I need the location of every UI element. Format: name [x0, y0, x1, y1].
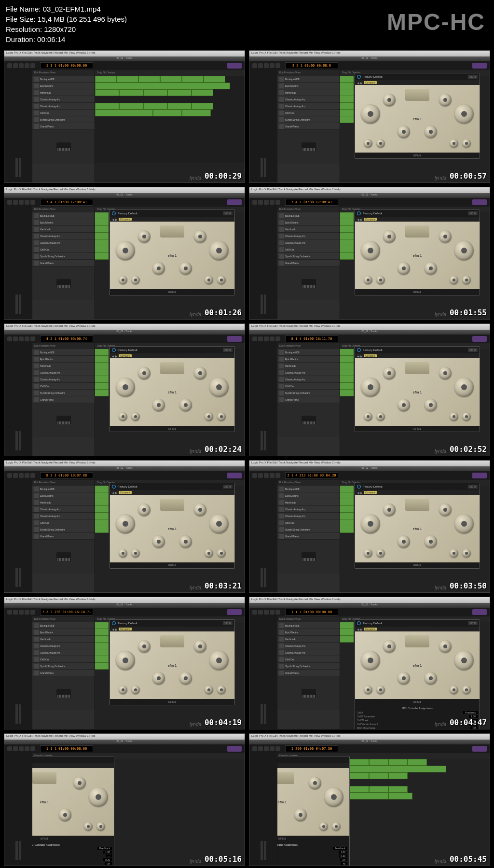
- rewind-button[interactable]: [7, 63, 12, 68]
- track-row[interactable]: Grand Piano: [277, 533, 340, 540]
- stop-button[interactable]: [264, 746, 269, 751]
- channel-fader[interactable]: [264, 294, 266, 314]
- track-row[interactable]: Classic Analog Arp: [277, 643, 340, 649]
- track-row[interactable]: Synch String Orchestra: [32, 390, 95, 396]
- rewind-button[interactable]: [252, 610, 257, 615]
- next-preset-button[interactable]: ▶: [115, 491, 118, 494]
- play-button[interactable]: [25, 473, 29, 478]
- forward-button[interactable]: [13, 336, 18, 341]
- channel-fader[interactable]: [264, 431, 266, 450]
- midi-region[interactable]: [95, 212, 109, 219]
- stop-button[interactable]: [264, 473, 269, 478]
- midi-region[interactable]: [95, 383, 109, 390]
- macos-menubar[interactable]: Logic Pro X File Edit Track Navigate Rec…: [249, 324, 490, 330]
- efm1-synth-panel[interactable]: efm 1: [355, 631, 480, 699]
- main-workspace[interactable]: Drag No Overlap Factory Default 100 % ◀ …: [95, 616, 245, 729]
- midi-region[interactable]: [340, 629, 354, 636]
- midi-region[interactable]: [119, 103, 143, 110]
- lcd-display[interactable]: 1 290 01:00 04:07.50: [285, 745, 338, 752]
- master-meter[interactable]: [227, 336, 242, 342]
- track-row[interactable]: Harbinado: [32, 499, 95, 506]
- channel-fader[interactable]: [15, 294, 18, 314]
- midi-region[interactable]: [95, 76, 117, 83]
- midi-region[interactable]: [340, 83, 354, 89]
- track-row[interactable]: Boutique 808: [277, 622, 340, 629]
- track-row[interactable]: Synch String Orchestra: [277, 526, 340, 533]
- lcd-display[interactable]: 7 2 3 236 01:00 16:10.71: [40, 609, 93, 616]
- record-button[interactable]: [275, 473, 280, 478]
- master-meter[interactable]: [227, 199, 242, 205]
- arrangement-strip[interactable]: [95, 486, 109, 578]
- compare-button[interactable]: Compare: [119, 628, 132, 630]
- forward-button[interactable]: [258, 63, 263, 68]
- efm1-synth-panel[interactable]: efm 1: [355, 85, 480, 153]
- next-preset-button[interactable]: ▶: [360, 354, 363, 358]
- record-button[interactable]: [30, 473, 35, 478]
- video-thumbnail[interactable]: Logic Pro X File Edit Track Navigate Rec…: [249, 50, 490, 183]
- track-row[interactable]: Classic Analog Arp: [277, 506, 340, 513]
- track-row[interactable]: Chill Out: [32, 246, 95, 253]
- midi-region[interactable]: [95, 103, 119, 110]
- track-row[interactable]: Synch String Orchestra: [277, 663, 340, 670]
- midi-region[interactable]: [192, 103, 213, 110]
- midi-region[interactable]: [95, 246, 109, 253]
- midi-region[interactable]: [167, 89, 192, 96]
- main-workspace[interactable]: Drag No Overlap Factory Default 100 % ◀ …: [340, 616, 490, 729]
- rewind-button[interactable]: [7, 746, 12, 751]
- macos-menubar[interactable]: Logic Pro X File Edit Track Navigate Rec…: [4, 187, 245, 193]
- track-row[interactable]: Chill Out: [32, 519, 95, 526]
- track-row[interactable]: Chill Out: [277, 110, 340, 116]
- track-row[interactable]: Epic Electric: [32, 219, 95, 226]
- preset-name[interactable]: Factory Default: [118, 212, 221, 215]
- track-row[interactable]: Boutique 808: [32, 349, 95, 356]
- track-row[interactable]: Chill Out: [32, 110, 95, 116]
- midi-region[interactable]: [95, 233, 109, 239]
- midi-region[interactable]: [95, 622, 109, 629]
- track-row[interactable]: Synch String Orchestra: [32, 663, 95, 670]
- track-row[interactable]: Classic Analog Arp: [32, 103, 95, 110]
- main-workspace[interactable]: Drag No Overlap Factory Default 100 % ◀ …: [95, 207, 245, 319]
- channel-fader[interactable]: [19, 431, 21, 450]
- midi-region[interactable]: [95, 83, 230, 89]
- arrangement-strip[interactable]: [340, 76, 354, 168]
- track-row[interactable]: Classic Analog Arp: [32, 376, 95, 383]
- track-row[interactable]: Boutique 808: [32, 622, 95, 629]
- view-scale[interactable]: 100 %: [468, 211, 478, 215]
- channel-fader[interactable]: [19, 294, 21, 314]
- midi-region[interactable]: [95, 376, 109, 383]
- forward-button[interactable]: [13, 746, 18, 751]
- next-preset-button[interactable]: ▶: [115, 628, 118, 631]
- midi-region[interactable]: [340, 513, 354, 519]
- main-workspace[interactable]: Drag No Overlap Factory Default 100 % ◀ …: [340, 207, 490, 319]
- main-workspace[interactable]: Drag No Overlap Factory Default 100 % ◀ …: [340, 480, 490, 592]
- lcd-display[interactable]: 8 3 2 01:00 19:07.88: [40, 472, 93, 479]
- view-scale[interactable]: 100 %: [223, 211, 233, 215]
- forward-button[interactable]: [258, 200, 263, 205]
- arrangement-strip[interactable]: [340, 349, 354, 441]
- midi-region[interactable]: [167, 103, 192, 110]
- track-row[interactable]: Chill Out: [32, 383, 95, 390]
- macos-menubar[interactable]: Logic Pro X File Edit Track Navigate Rec…: [4, 734, 245, 740]
- lcd-display[interactable]: 4 2 1 01:00 09:00.74: [40, 336, 93, 342]
- main-workspace[interactable]: Drag No Overlap Factory Default 100 % ◀ …: [340, 343, 490, 456]
- midi-region[interactable]: [340, 383, 354, 390]
- video-thumbnail[interactable]: Logic Pro X File Edit Track Navigate Rec…: [4, 733, 245, 866]
- rewind-button[interactable]: [7, 473, 12, 478]
- play-button[interactable]: [270, 336, 274, 341]
- midi-region[interactable]: [340, 219, 354, 226]
- compare-button[interactable]: Compare: [119, 354, 132, 357]
- plugin-window[interactable]: Factory Default 100 % ◀ ▶ Compare efm 1 …: [110, 619, 235, 705]
- midi-region[interactable]: [340, 349, 354, 356]
- arrangement-strip[interactable]: [340, 622, 354, 714]
- plugin-power-button[interactable]: [357, 75, 361, 79]
- plugin-power-button[interactable]: [357, 211, 361, 215]
- compare-button[interactable]: Compare: [119, 491, 132, 494]
- stop-button[interactable]: [264, 200, 269, 205]
- track-row[interactable]: Chill Out: [277, 246, 340, 253]
- midi-region[interactable]: [340, 226, 354, 233]
- midi-region[interactable]: [153, 110, 182, 116]
- lcd-display[interactable]: 2 2 1 01:00 00:00.0: [285, 62, 338, 69]
- track-row[interactable]: Boutique 808: [32, 486, 95, 492]
- forward-button[interactable]: [258, 610, 263, 615]
- midi-region[interactable]: [95, 110, 153, 116]
